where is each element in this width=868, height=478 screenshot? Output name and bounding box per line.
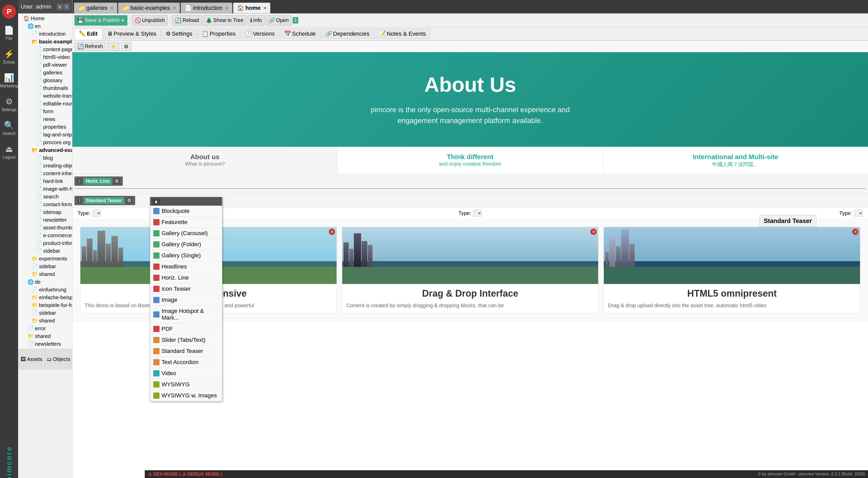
tree-item-product-info[interactable]: 📄 product-information-management: [18, 239, 72, 247]
dropdown-pdf[interactable]: PDF: [150, 323, 222, 334]
tab-settings[interactable]: ⚙ Settings: [161, 29, 197, 39]
nav-tab-international[interactable]: International and Multi-site 中國人嗎？沒問題。: [603, 147, 868, 174]
tab-home-close[interactable]: ✕: [263, 6, 267, 10]
tree-item-search[interactable]: 📄 search: [18, 193, 72, 200]
dropdown-icon-teaser[interactable]: Icon Teaser: [150, 283, 222, 294]
save-publish-button[interactable]: 💾 Save & Publish ▼: [74, 15, 127, 26]
tree-item-experiments[interactable]: 📁 experiments: [18, 255, 72, 262]
tree-add-btn[interactable]: +: [64, 4, 69, 10]
dropdown-video[interactable]: Video: [150, 368, 222, 379]
tree-item-advanced-examples[interactable]: 📂 advanced-examples: [18, 146, 72, 154]
tab-edit[interactable]: ✏️ Edit: [74, 29, 102, 39]
tree-item-introduction[interactable]: 📄 introduction: [18, 30, 72, 38]
nav-marketing[interactable]: 📊 Marketing: [0, 69, 18, 93]
tree-item-ecommerce[interactable]: 📄 e-commerce: [18, 231, 72, 239]
tree-item-editable-roundup[interactable]: 📄 editable-roundup: [18, 100, 72, 107]
tree-collapse-btn[interactable]: «: [57, 4, 63, 10]
teaser-remove-3[interactable]: ✕: [852, 229, 859, 235]
tree-item-sidebar-de[interactable]: 📄 sidebar: [18, 309, 72, 317]
tab-basic-examples[interactable]: 📁 basic-examples ✕: [118, 3, 180, 13]
horiz-line-move-up[interactable]: ↑: [76, 178, 83, 185]
tree-item-news[interactable]: 📄 news: [18, 115, 72, 123]
tree-item-shared[interactable]: 📁 shared: [18, 332, 72, 340]
nav-search[interactable]: 🔍 Search: [0, 116, 18, 140]
tree-item-content-page[interactable]: 📄 content-page: [18, 45, 72, 53]
dropdown-featurette[interactable]: Featurette: [150, 217, 222, 228]
tab-galleries[interactable]: 📁 galleries ✕: [74, 3, 117, 13]
tab-galleries-close[interactable]: ✕: [110, 6, 114, 10]
tab-intro-close[interactable]: ✕: [225, 6, 228, 10]
tree-item-sitemap[interactable]: 📄 sitemap: [18, 208, 72, 216]
tree-item-pdf-viewer[interactable]: 📄 pdf-viewer: [18, 61, 72, 69]
tree-item-beispiele[interactable]: 📁 beispiele-fur-fortgeschrittene: [18, 301, 72, 309]
type-select-3[interactable]: [854, 210, 863, 217]
sub-btn-3[interactable]: ⚙: [121, 42, 131, 51]
tree-item-newsletters[interactable]: 📄 newsletters: [18, 340, 72, 348]
tree-item-content-inheritance[interactable]: 📄 content-inheritance: [18, 169, 72, 177]
reload-button[interactable]: 🔄 Reload: [172, 15, 202, 26]
tree-item-shared-de[interactable]: 📁 shared: [18, 317, 72, 324]
dropdown-standard-teaser[interactable]: Standard Teaser: [150, 346, 222, 357]
app-logo[interactable]: P: [0, 2, 18, 21]
tree-item-creating-objects[interactable]: 📄 creating-objects-using-forms: [18, 162, 72, 169]
dropdown-text-accordion[interactable]: Text Accordion: [150, 357, 222, 368]
tab-versions[interactable]: 🕐 Versions: [240, 29, 279, 39]
tree-item-newsletter[interactable]: 📄 newsletter: [18, 216, 72, 224]
tree-item-website-translations[interactable]: 📄 website-translations: [18, 92, 72, 100]
tree-item-de[interactable]: 🌐 de: [18, 278, 72, 286]
dropdown-slider[interactable]: Slider (Tabs/Text): [150, 334, 222, 346]
tree-item-basic-examples[interactable]: 📂 basic-examples: [18, 38, 72, 45]
nav-logout[interactable]: ⏏ Logout: [0, 140, 18, 164]
teaser-remove-1[interactable]: ✕: [329, 229, 335, 235]
tree-item-asset-thumbnail[interactable]: 📄 asset-thumbnail-list: [18, 224, 72, 231]
tab-properties[interactable]: 📋 Properties: [197, 29, 240, 39]
tree-item-galleries[interactable]: 📄 galleries: [18, 69, 72, 76]
tree-item-contact-form[interactable]: 📄 contact-form: [18, 200, 72, 208]
dropdown-gallery-single[interactable]: Gallery (Single): [150, 250, 222, 261]
tree-item-hard-link[interactable]: 📄 hard-link: [18, 177, 72, 185]
tab-home[interactable]: 🏠 home ✕: [233, 3, 271, 13]
tab-preview-styles[interactable]: 🖥 Preview & Styles: [103, 29, 161, 39]
tree-root[interactable]: 🏠 Home: [18, 14, 72, 22]
refresh-button[interactable]: 🔄 Refresh: [74, 42, 106, 51]
nav-extras[interactable]: ⚡ Extras: [0, 45, 18, 69]
dropdown-blockquote[interactable]: Blockquote: [150, 206, 222, 217]
tree-item-blog[interactable]: 📄 blog: [18, 154, 72, 162]
type-select-2[interactable]: [473, 210, 482, 217]
dropdown-image[interactable]: Image: [150, 294, 222, 306]
tree-item-form[interactable]: 📄 form: [18, 107, 72, 115]
sub-btn-2[interactable]: ⚡: [107, 42, 119, 51]
standard-teaser-label-btn[interactable]: Standard Teaser: [84, 197, 124, 204]
tree-item-einfache[interactable]: 📁 einfache-beispiele: [18, 293, 72, 301]
tab-introduction[interactable]: 📄 introduction ✕: [181, 3, 232, 13]
type-select-1[interactable]: [92, 210, 101, 217]
open-button[interactable]: 🔗 Open: [266, 15, 291, 26]
assets-tab[interactable]: 🖼 Assets: [18, 349, 45, 370]
dropdown-wysiwyg-images[interactable]: WYSIWYG w. Images: [150, 390, 222, 401]
dropdown-scroll-up[interactable]: ▲: [152, 198, 160, 204]
tab-notes-events[interactable]: 📝 Notes & Events: [374, 29, 430, 39]
tree-item-sidebar-en[interactable]: 📄 sidebar: [18, 262, 72, 270]
tree-item-glossary[interactable]: 📄 glossary: [18, 76, 72, 84]
dropdown-image-hotspot[interactable]: Image Hotspot & Mark...: [150, 306, 222, 323]
unpublish-button[interactable]: 🚫 Unpublish: [132, 15, 168, 26]
show-in-tree-button[interactable]: 🌲 Show in Tree: [203, 15, 246, 26]
tree-item-error[interactable]: 📄 error: [18, 324, 72, 332]
info-button[interactable]: ℹ Info: [247, 15, 265, 26]
tree-item-einfuehrung[interactable]: 📄 einfuehrung: [18, 286, 72, 293]
standard-teaser-move-up[interactable]: ↑: [76, 197, 83, 204]
tree-item-properties[interactable]: 📄 properties: [18, 123, 72, 131]
horiz-line-label[interactable]: Horiz. Line: [84, 178, 112, 185]
dropdown-horiz-line[interactable]: Horiz. Line: [150, 272, 222, 283]
tree-item-en[interactable]: 🌐 en: [18, 22, 72, 30]
nav-settings[interactable]: ⚙ Settings: [0, 93, 18, 116]
tree-item-sidebar-adv[interactable]: 📄 sidebar: [18, 247, 72, 255]
tab-dependencies[interactable]: 🔗 Dependencies: [321, 29, 374, 39]
tree-item-tag-snippet[interactable]: 📄 tag-and-snippet-management: [18, 131, 72, 138]
dropdown-headlines[interactable]: Headlines: [150, 261, 222, 272]
tab-schedule[interactable]: 📅 Schedule: [280, 29, 320, 39]
tree-item-pimcore-org[interactable]: 📄 pimcore.org: [18, 138, 72, 146]
horiz-line-settings[interactable]: ⚙: [113, 178, 121, 185]
dropdown-gallery-carousel[interactable]: Gallery (Carousel): [150, 228, 222, 239]
nav-tab-about[interactable]: About us What is pimcore?: [72, 147, 338, 174]
